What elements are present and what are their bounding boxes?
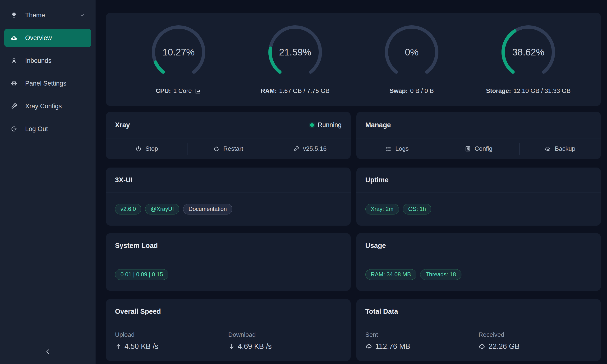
storage-gauge: 38.62% Storage: 12.10 GB / 31.33 GB	[470, 13, 587, 106]
sidebar-item-inbounds[interactable]: Inbounds	[4, 52, 91, 70]
download-speed-text: 4.69 KB /s	[238, 342, 272, 351]
usage-tags: RAM: 34.08 MB Threads: 18	[356, 258, 601, 291]
received-value: 22.26 GB	[478, 342, 592, 351]
backup-button[interactable]: Backup	[519, 138, 601, 159]
arrow-down-icon	[228, 343, 235, 350]
xrayui-tag[interactable]: @XrayUI	[145, 204, 179, 214]
sent-value: 112.76 MB	[365, 342, 479, 351]
theme-selector[interactable]: Theme	[4, 6, 91, 24]
manage-actions: Logs Config	[356, 138, 601, 159]
total-data-body: Sent 112.76 MB Received	[356, 324, 601, 361]
chevron-down-icon	[79, 12, 85, 18]
storage-caption-value: 12.10 GB / 31.33 GB	[513, 87, 570, 94]
xui-tags: v2.6.0 @XrayUI Documentation	[106, 193, 351, 226]
overall-speed-card-header: Overall Speed	[106, 299, 351, 324]
xray-status-text: Running	[318, 121, 342, 129]
storage-caption-bold: Storage:	[486, 87, 511, 94]
bulb-icon	[11, 12, 18, 19]
manage-card-header: Manage	[356, 112, 601, 138]
xui-card-header: 3X-UI	[106, 168, 351, 193]
ram-usage-tag: RAM: 34.08 MB	[365, 269, 416, 280]
sidebar-item-label: Overview	[25, 34, 52, 42]
user-icon	[11, 57, 18, 64]
swap-caption: Swap: 0 B / 0 B	[390, 87, 434, 94]
swap-gauge: 0% Swap: 0 B / 0 B	[354, 13, 470, 106]
usage-card-header: Usage	[356, 233, 601, 258]
config-button[interactable]: Config	[438, 138, 519, 159]
restart-button-label: Restart	[223, 145, 243, 152]
usage-card: Usage RAM: 34.08 MB Threads: 18	[356, 233, 601, 291]
main-content: 10.27% CPU: 1 Core 21.59%	[106, 13, 601, 361]
xray-card: Xray Running Stop Restart	[106, 112, 351, 159]
ram-caption-bold: RAM:	[261, 87, 277, 94]
sidebar: Theme Overview Inbounds	[0, 0, 95, 364]
sidebar-item-label: Panel Settings	[25, 80, 66, 87]
sidebar-item-xray-configs[interactable]: Xray Configs	[4, 97, 91, 115]
upload-speed-text: 4.50 KB /s	[124, 342, 158, 351]
dashboard-icon	[11, 34, 18, 41]
area-chart-icon[interactable]	[195, 88, 201, 94]
cloud-download-icon	[478, 343, 486, 350]
wrench-icon	[11, 103, 18, 110]
os-uptime-tag: OS: 1h	[403, 204, 432, 214]
xui-title: 3X-UI	[115, 176, 132, 184]
cpu-percent: 10.27%	[150, 24, 207, 80]
logs-button[interactable]: Logs	[356, 138, 438, 159]
cloud-upload-icon	[365, 343, 372, 350]
sidebar-item-label: Xray Configs	[25, 103, 62, 110]
sidebar-item-panel-settings[interactable]: Panel Settings	[4, 74, 91, 92]
system-load-card: System Load 0.01 | 0.09 | 0.15	[106, 233, 351, 291]
ram-caption-value: 1.67 GB / 7.75 GB	[279, 87, 329, 94]
total-data-card-header: Total Data	[356, 299, 601, 324]
swap-caption-value: 0 B / 0 B	[410, 87, 434, 94]
cpu-caption-value: 1 Core	[173, 87, 192, 94]
sidebar-item-logout[interactable]: Log Out	[4, 120, 91, 138]
xray-version-button[interactable]: v25.5.16	[269, 138, 351, 159]
xray-version-label: v25.5.16	[303, 145, 327, 152]
storage-gauge-ring: 38.62%	[500, 24, 557, 80]
sidebar-item-overview[interactable]: Overview	[4, 29, 91, 47]
cpu-gauge-ring: 10.27%	[150, 24, 207, 80]
logs-button-label: Logs	[395, 145, 409, 152]
swap-percent: 0%	[383, 24, 440, 80]
restart-button[interactable]: Restart	[187, 138, 269, 159]
received-stat: Received 22.26 GB	[478, 331, 592, 361]
overall-speed-card: Overall Speed Upload 4.50 KB /s Download	[106, 299, 351, 361]
download-stat: Download 4.69 KB /s	[228, 331, 342, 361]
chevron-left-icon	[44, 348, 52, 356]
cpu-caption-bold: CPU:	[156, 87, 171, 94]
uptime-tags: Xray: 2m OS: 1h	[356, 193, 601, 226]
system-load-card-header: System Load	[106, 233, 351, 258]
running-dot-icon	[310, 123, 314, 127]
restart-icon	[213, 146, 220, 152]
config-button-label: Config	[475, 145, 492, 152]
ram-caption: RAM: 1.67 GB / 7.75 GB	[261, 87, 329, 94]
overall-speed-title: Overall Speed	[115, 308, 161, 315]
xray-card-header: Xray Running	[106, 112, 351, 138]
arrow-up-icon	[115, 343, 122, 350]
uptime-title: Uptime	[365, 176, 389, 184]
storage-percent: 38.62%	[500, 24, 557, 80]
list-icon	[385, 146, 392, 152]
received-data-text: 22.26 GB	[488, 342, 519, 351]
xray-status-badge: Running	[310, 121, 342, 129]
manage-card: Manage Logs	[356, 112, 601, 159]
version-tag[interactable]: v2.6.0	[115, 204, 141, 214]
received-label: Received	[478, 331, 592, 338]
sidebar-item-label: Log Out	[25, 125, 48, 133]
stop-button-label: Stop	[145, 145, 158, 152]
ram-gauge-ring: 21.59%	[267, 24, 324, 80]
upload-value: 4.50 KB /s	[115, 342, 228, 351]
xui-card: 3X-UI v2.6.0 @XrayUI Documentation	[106, 168, 351, 226]
manage-title: Manage	[365, 121, 391, 129]
uptime-card: Uptime Xray: 2m OS: 1h	[356, 168, 601, 226]
sidebar-nav: Theme Overview Inbounds	[0, 0, 95, 138]
download-value: 4.69 KB /s	[228, 342, 342, 351]
documentation-tag[interactable]: Documentation	[183, 204, 232, 214]
power-icon	[135, 146, 142, 152]
xray-title: Xray	[115, 121, 130, 129]
sidebar-collapse-button[interactable]	[41, 346, 54, 359]
cpu-gauge: 10.27% CPU: 1 Core	[120, 13, 237, 106]
stop-button[interactable]: Stop	[106, 138, 187, 159]
overall-speed-body: Upload 4.50 KB /s Download 4.69 K	[106, 324, 351, 361]
